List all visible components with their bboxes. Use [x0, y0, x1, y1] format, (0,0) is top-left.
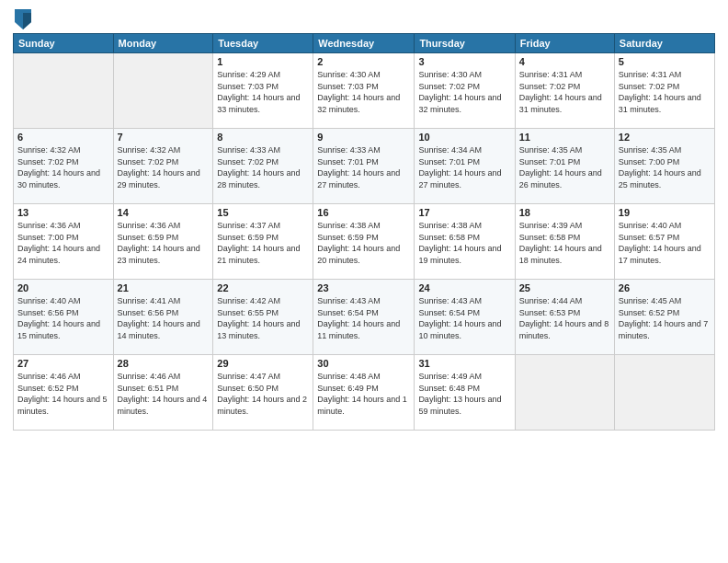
- day-detail: Sunrise: 4:46 AM Sunset: 6:51 PM Dayligh…: [118, 371, 210, 417]
- calendar-cell: 7Sunrise: 4:32 AM Sunset: 7:02 PM Daylig…: [113, 129, 213, 204]
- day-detail: Sunrise: 4:49 AM Sunset: 6:48 PM Dayligh…: [418, 371, 510, 417]
- day-detail: Sunrise: 4:40 AM Sunset: 6:56 PM Dayligh…: [17, 295, 109, 341]
- day-number: 2: [317, 56, 410, 67]
- day-detail: Sunrise: 4:33 AM Sunset: 7:01 PM Dayligh…: [317, 144, 410, 190]
- day-detail: Sunrise: 4:41 AM Sunset: 6:56 PM Dayligh…: [118, 295, 210, 341]
- day-detail: Sunrise: 4:44 AM Sunset: 6:53 PM Dayligh…: [519, 295, 610, 341]
- calendar-weekday-saturday: Saturday: [614, 34, 714, 53]
- day-number: 5: [619, 56, 711, 67]
- calendar-cell: 20Sunrise: 4:40 AM Sunset: 6:56 PM Dayli…: [14, 280, 114, 355]
- day-number: 18: [519, 207, 610, 218]
- day-detail: Sunrise: 4:35 AM Sunset: 7:00 PM Dayligh…: [619, 144, 711, 190]
- day-detail: Sunrise: 4:37 AM Sunset: 6:59 PM Dayligh…: [217, 220, 309, 266]
- logo: [13, 9, 31, 26]
- calendar-cell: 9Sunrise: 4:33 AM Sunset: 7:01 PM Daylig…: [313, 129, 415, 204]
- day-detail: Sunrise: 4:34 AM Sunset: 7:01 PM Dayligh…: [418, 144, 510, 190]
- calendar-cell: 19Sunrise: 4:40 AM Sunset: 6:57 PM Dayli…: [614, 204, 714, 280]
- day-number: 23: [317, 282, 410, 293]
- day-detail: Sunrise: 4:35 AM Sunset: 7:01 PM Dayligh…: [519, 144, 610, 190]
- calendar-cell: 4Sunrise: 4:31 AM Sunset: 7:02 PM Daylig…: [515, 53, 614, 129]
- day-number: 19: [619, 207, 711, 218]
- calendar-cell: 28Sunrise: 4:46 AM Sunset: 6:51 PM Dayli…: [113, 355, 213, 431]
- day-number: 12: [619, 132, 711, 143]
- day-detail: Sunrise: 4:40 AM Sunset: 6:57 PM Dayligh…: [619, 220, 711, 266]
- calendar-cell: 21Sunrise: 4:41 AM Sunset: 6:56 PM Dayli…: [113, 280, 213, 355]
- day-detail: Sunrise: 4:33 AM Sunset: 7:02 PM Dayligh…: [217, 144, 309, 190]
- day-number: 15: [217, 207, 309, 218]
- day-detail: Sunrise: 4:43 AM Sunset: 6:54 PM Dayligh…: [418, 295, 510, 341]
- day-detail: Sunrise: 4:39 AM Sunset: 6:58 PM Dayligh…: [519, 220, 610, 266]
- calendar-week-row: 6Sunrise: 4:32 AM Sunset: 7:02 PM Daylig…: [14, 129, 715, 204]
- day-number: 24: [418, 282, 510, 293]
- day-detail: Sunrise: 4:43 AM Sunset: 6:54 PM Dayligh…: [317, 295, 410, 341]
- calendar-cell: 18Sunrise: 4:39 AM Sunset: 6:58 PM Dayli…: [515, 204, 614, 280]
- logo-icon: [15, 9, 31, 29]
- day-number: 22: [217, 282, 309, 293]
- calendar-cell: 12Sunrise: 4:35 AM Sunset: 7:00 PM Dayli…: [614, 129, 714, 204]
- day-number: 21: [118, 282, 210, 293]
- day-number: 3: [418, 56, 510, 67]
- day-number: 27: [17, 358, 109, 369]
- calendar-cell: 2Sunrise: 4:30 AM Sunset: 7:03 PM Daylig…: [313, 53, 415, 129]
- calendar-cell: 13Sunrise: 4:36 AM Sunset: 7:00 PM Dayli…: [14, 204, 114, 280]
- day-number: 26: [619, 282, 711, 293]
- calendar-cell: 15Sunrise: 4:37 AM Sunset: 6:59 PM Dayli…: [213, 204, 313, 280]
- day-number: 6: [17, 132, 109, 143]
- calendar-cell: [614, 355, 714, 431]
- calendar-cell: [113, 53, 213, 129]
- calendar-weekday-tuesday: Tuesday: [213, 34, 313, 53]
- calendar-week-row: 20Sunrise: 4:40 AM Sunset: 6:56 PM Dayli…: [14, 280, 715, 355]
- day-number: 20: [17, 282, 109, 293]
- day-detail: Sunrise: 4:30 AM Sunset: 7:02 PM Dayligh…: [418, 69, 510, 115]
- day-detail: Sunrise: 4:45 AM Sunset: 6:52 PM Dayligh…: [619, 295, 711, 341]
- calendar-cell: 24Sunrise: 4:43 AM Sunset: 6:54 PM Dayli…: [415, 280, 515, 355]
- calendar-cell: 16Sunrise: 4:38 AM Sunset: 6:59 PM Dayli…: [313, 204, 415, 280]
- day-number: 29: [217, 358, 309, 369]
- calendar-weekday-monday: Monday: [113, 34, 213, 53]
- calendar-cell: 30Sunrise: 4:48 AM Sunset: 6:49 PM Dayli…: [313, 355, 415, 431]
- day-number: 4: [519, 56, 610, 67]
- calendar-weekday-sunday: Sunday: [14, 34, 114, 53]
- day-detail: Sunrise: 4:46 AM Sunset: 6:52 PM Dayligh…: [17, 371, 109, 417]
- calendar-weekday-wednesday: Wednesday: [313, 34, 415, 53]
- day-detail: Sunrise: 4:36 AM Sunset: 7:00 PM Dayligh…: [17, 220, 109, 266]
- calendar-cell: 25Sunrise: 4:44 AM Sunset: 6:53 PM Dayli…: [515, 280, 614, 355]
- calendar-cell: 14Sunrise: 4:36 AM Sunset: 6:59 PM Dayli…: [113, 204, 213, 280]
- calendar-cell: 17Sunrise: 4:38 AM Sunset: 6:58 PM Dayli…: [415, 204, 515, 280]
- day-number: 30: [317, 358, 410, 369]
- page: SundayMondayTuesdayWednesdayThursdayFrid…: [0, 0, 728, 563]
- day-number: 9: [317, 132, 410, 143]
- day-number: 11: [519, 132, 610, 143]
- calendar-header-row: SundayMondayTuesdayWednesdayThursdayFrid…: [14, 34, 715, 53]
- day-number: 8: [217, 132, 309, 143]
- calendar-weekday-friday: Friday: [515, 34, 614, 53]
- day-detail: Sunrise: 4:32 AM Sunset: 7:02 PM Dayligh…: [118, 144, 210, 190]
- calendar-cell: 22Sunrise: 4:42 AM Sunset: 6:55 PM Dayli…: [213, 280, 313, 355]
- calendar-cell: 8Sunrise: 4:33 AM Sunset: 7:02 PM Daylig…: [213, 129, 313, 204]
- day-detail: Sunrise: 4:48 AM Sunset: 6:49 PM Dayligh…: [317, 371, 410, 417]
- day-detail: Sunrise: 4:38 AM Sunset: 6:58 PM Dayligh…: [418, 220, 510, 266]
- calendar-cell: 6Sunrise: 4:32 AM Sunset: 7:02 PM Daylig…: [14, 129, 114, 204]
- calendar-cell: 23Sunrise: 4:43 AM Sunset: 6:54 PM Dayli…: [313, 280, 415, 355]
- calendar-cell: 5Sunrise: 4:31 AM Sunset: 7:02 PM Daylig…: [614, 53, 714, 129]
- day-detail: Sunrise: 4:42 AM Sunset: 6:55 PM Dayligh…: [217, 295, 309, 341]
- calendar-cell: [14, 53, 114, 129]
- day-detail: Sunrise: 4:32 AM Sunset: 7:02 PM Dayligh…: [17, 144, 109, 190]
- day-detail: Sunrise: 4:30 AM Sunset: 7:03 PM Dayligh…: [317, 69, 410, 115]
- day-number: 14: [118, 207, 210, 218]
- header: [13, 9, 715, 26]
- day-detail: Sunrise: 4:29 AM Sunset: 7:03 PM Dayligh…: [217, 69, 309, 115]
- day-detail: Sunrise: 4:31 AM Sunset: 7:02 PM Dayligh…: [519, 69, 610, 115]
- day-number: 28: [118, 358, 210, 369]
- day-number: 10: [418, 132, 510, 143]
- day-detail: Sunrise: 4:36 AM Sunset: 6:59 PM Dayligh…: [118, 220, 210, 266]
- day-number: 31: [418, 358, 510, 369]
- calendar-table: SundayMondayTuesdayWednesdayThursdayFrid…: [13, 33, 715, 431]
- day-detail: Sunrise: 4:31 AM Sunset: 7:02 PM Dayligh…: [619, 69, 711, 115]
- calendar-cell: 10Sunrise: 4:34 AM Sunset: 7:01 PM Dayli…: [415, 129, 515, 204]
- day-number: 1: [217, 56, 309, 67]
- calendar-weekday-thursday: Thursday: [415, 34, 515, 53]
- calendar-week-row: 27Sunrise: 4:46 AM Sunset: 6:52 PM Dayli…: [14, 355, 715, 431]
- day-detail: Sunrise: 4:38 AM Sunset: 6:59 PM Dayligh…: [317, 220, 410, 266]
- calendar-cell: 11Sunrise: 4:35 AM Sunset: 7:01 PM Dayli…: [515, 129, 614, 204]
